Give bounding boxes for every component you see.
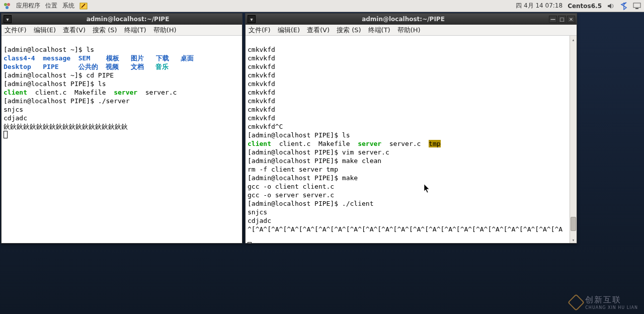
cursor [248,242,252,243]
line: cdjadc [248,217,271,224]
window-title: admin@localhost:~/PIPE [258,16,549,23]
window-menu-icon[interactable]: ▾ [248,15,256,23]
menu-applications[interactable]: 应用程序 [16,2,40,10]
menu-terminal[interactable]: 终端(T) [368,26,390,35]
terminal-content[interactable]: [admin@localhost ~]$ ls class4-4 message… [2,36,242,243]
close-button[interactable]: ✕ [567,16,575,23]
line: cmkvkfd [248,80,275,88]
prompt: [admin@localhost ~]$ [4,46,86,53]
watermark: 创新互联 CHUANG XIN HU LIAN [570,295,638,310]
editor-launcher-icon[interactable] [79,2,88,10]
maximize-button[interactable]: □ [558,16,566,23]
menu-system[interactable]: 系统 [62,2,74,10]
dir: 模板 [106,54,119,62]
menu-view[interactable]: 查看(V) [307,26,330,35]
hostname-label: Centos6.5 [568,3,602,10]
line: cdjadc [4,114,27,122]
clock[interactable]: 四 4月 14 07:18 [516,2,562,10]
window-title: admin@localhost:~/PIPE [14,16,242,23]
menubar: 文件(F) 编辑(E) 查看(V) 搜索 (S) 终端(T) 帮助(H) [2,25,242,36]
titlebar[interactable]: ▾ admin@localhost:~/PIPE — □ ✕ [246,14,577,25]
dir: message [43,54,70,62]
line: cmkvkfd [248,63,275,70]
line: rm -f client server tmp [248,166,338,173]
file: server.c [145,89,177,96]
svg-point-2 [6,6,9,9]
menu-places[interactable]: 位置 [45,2,57,10]
line: cmkvkfd^C [248,123,283,130]
line: [admin@localhost PIPE]$ make [248,174,358,182]
panel-left: 应用程序 位置 系统 [3,2,88,10]
window-menu-icon[interactable]: ▾ [4,15,12,23]
scroll-down-icon[interactable]: ▾ [570,236,577,243]
line: gcc -o client client.c [248,183,334,190]
line: 鈥鈥鈥鈥鈥鈥鈥鈥鈥鈥鈥鈥鈥鈥鈥鈥鈥鈥鈥 [4,123,128,130]
menu-edit[interactable]: 编辑(E) [34,26,56,35]
line: cmkvkfd [248,97,275,105]
bluetooth-icon[interactable] [620,2,628,10]
scrollbar-thumb[interactable] [571,217,576,231]
cursor [4,131,8,138]
watermark-text: 创新互联 [585,295,638,305]
file-highlight: tmp [429,140,440,147]
dir: 桌面 [181,54,194,62]
minimize-button[interactable]: — [549,16,557,23]
scroll-up-icon[interactable]: ▴ [570,36,577,43]
exec: server [358,140,381,147]
menu-help[interactable]: 帮助(H) [397,26,421,35]
titlebar[interactable]: ▾ admin@localhost:~/PIPE [2,14,242,25]
menu-edit[interactable]: 编辑(E) [278,26,300,35]
menubar: 文件(F) 编辑(E) 查看(V) 搜索 (S) 终端(T) 帮助(H) [246,25,577,36]
display-icon[interactable] [633,2,641,10]
file: server.c [389,140,421,147]
dir: PIPE [43,63,58,70]
line: [admin@localhost ~]$ cd PIPE [4,71,114,79]
menu-file[interactable]: 文件(F) [5,26,27,35]
menu-search[interactable]: 搜索 (S) [337,26,361,35]
line: [admin@localhost PIPE]$ make clean [248,157,381,165]
distro-icon [3,2,11,10]
menu-view[interactable]: 查看(V) [63,26,86,35]
dir: 公共的 [78,63,98,70]
exec: client [4,89,27,96]
scrollbar[interactable]: ▴ ▾ [570,36,577,243]
dir: class4-4 [4,54,35,62]
dir: 图片 [131,54,144,62]
watermark-logo-icon [568,294,585,311]
dir: 音乐 [155,63,169,70]
dir: SEM [78,54,90,62]
terminal-window-client: ▾ admin@localhost:~/PIPE — □ ✕ 文件(F) 编辑(… [245,13,577,244]
line: [admin@localhost PIPE]$ ./client [248,200,373,207]
terminal-content[interactable]: cmkvkfd cmkvkfd cmkvkfd cmkvkfd cmkvkfd … [246,36,577,243]
line: [admin@localhost PIPE]$ vim server.c [248,148,389,156]
line: [admin@localhost PIPE]$ ./server [4,97,129,105]
line: cmkvkfd [248,54,275,62]
line: snjcs [248,208,267,216]
menu-terminal[interactable]: 终端(T) [124,26,146,35]
menu-search[interactable]: 搜索 (S) [93,26,117,35]
terminal-window-server: ▾ admin@localhost:~/PIPE 文件(F) 编辑(E) 查看(… [1,13,243,244]
svg-point-1 [7,3,10,6]
top-panel: 应用程序 位置 系统 四 4月 14 07:18 Centos6.5 [0,0,644,12]
line: cmkvkfd [248,46,275,53]
line: [admin@localhost PIPE]$ ls [4,80,106,88]
dir: 视频 [106,63,119,70]
line: cmkvkfd [248,106,275,113]
file: client.c Makefile [35,89,106,96]
dir: 下载 [156,54,169,62]
line: gcc -o server server.c [248,191,334,199]
file: client.c Makefile [279,140,350,147]
watermark-subtext: CHUANG XIN HU LIAN [585,305,638,310]
svg-rect-4 [633,3,640,8]
dir: Desktop [4,63,31,70]
menu-help[interactable]: 帮助(H) [153,26,177,35]
exec: client [248,140,271,147]
menu-file[interactable]: 文件(F) [249,26,271,35]
svg-point-0 [4,3,7,6]
window-controls: — □ ✕ [549,16,577,23]
panel-right: 四 4月 14 07:18 Centos6.5 [516,2,641,10]
line: cmkvkfd [248,89,275,96]
volume-icon[interactable] [607,2,615,10]
exec: server [114,89,137,96]
line: [admin@localhost PIPE]$ ls [248,131,350,139]
